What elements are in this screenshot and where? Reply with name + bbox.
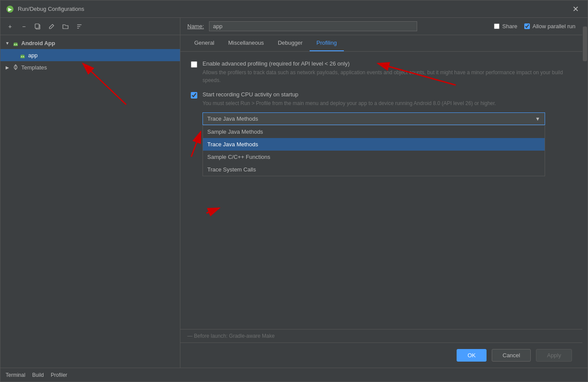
svg-point-8 bbox=[14, 44, 15, 45]
android-app-label: Android App bbox=[21, 40, 55, 46]
advanced-profiling-checkbox[interactable] bbox=[191, 61, 197, 68]
tabs-bar: General Miscellaneous Debugger Profiling bbox=[180, 35, 582, 52]
profiling-tab-content: Enable advanced profiling (required for … bbox=[180, 52, 582, 329]
advanced-profiling-desc: Allows the profilers to track data such … bbox=[203, 69, 572, 84]
sort-button[interactable] bbox=[73, 20, 85, 33]
name-label: Name: bbox=[187, 23, 204, 30]
add-config-button[interactable]: + bbox=[4, 20, 16, 33]
parallel-checkbox[interactable] bbox=[524, 23, 530, 29]
templates-icon bbox=[12, 63, 20, 71]
cpu-method-dropdown[interactable]: Trace Java Methods ▼ bbox=[203, 112, 545, 125]
name-input[interactable] bbox=[209, 21, 417, 31]
templates-group[interactable]: ▶ Templates bbox=[0, 61, 180, 73]
parallel-label: Allow parallel run bbox=[532, 23, 575, 30]
terminal-status[interactable]: Terminal bbox=[6, 372, 25, 378]
app-icon: ▶ bbox=[6, 5, 14, 13]
share-label: Share bbox=[502, 23, 517, 30]
profiler-status[interactable]: Profiler bbox=[51, 372, 67, 378]
window-title: Run/Debug Configurations bbox=[18, 6, 569, 12]
remove-config-button[interactable]: − bbox=[18, 20, 30, 33]
tab-debugger[interactable]: Debugger bbox=[271, 35, 310, 51]
advanced-profiling-row: Enable advanced profiling (required for … bbox=[191, 60, 572, 84]
move-to-folder-button[interactable] bbox=[59, 20, 72, 33]
android-app-icon bbox=[12, 39, 20, 47]
share-checkbox[interactable] bbox=[494, 23, 500, 29]
config-tree: ▼ Android App bbox=[0, 35, 180, 368]
cancel-button[interactable]: Cancel bbox=[492, 349, 531, 362]
svg-rect-12 bbox=[20, 56, 25, 58]
dropdown-selected-value: Trace Java Methods bbox=[207, 115, 258, 122]
svg-point-13 bbox=[21, 56, 22, 57]
tab-profiling[interactable]: Profiling bbox=[310, 35, 344, 51]
apply-button[interactable]: Apply bbox=[536, 349, 572, 362]
dropdown-arrow-icon: ▼ bbox=[535, 116, 540, 122]
title-bar: ▶ Run/Debug Configurations ✕ bbox=[0, 0, 588, 18]
svg-point-9 bbox=[16, 44, 17, 45]
cpu-recording-label: Start recording CPU activity on startup bbox=[203, 91, 545, 98]
tab-general[interactable]: General bbox=[187, 35, 221, 51]
app-config-item[interactable]: app bbox=[0, 49, 180, 61]
build-status[interactable]: Build bbox=[32, 372, 44, 378]
status-bar: Terminal Build Profiler bbox=[0, 368, 588, 382]
cpu-method-dropdown-container: Trace Java Methods ▼ Sample Java Methods… bbox=[203, 112, 545, 125]
left-toolbar: + − bbox=[0, 18, 180, 35]
templates-label: Templates bbox=[21, 64, 47, 71]
dropdown-option-sample-java[interactable]: Sample Java Methods bbox=[203, 125, 545, 138]
cpu-method-dropdown-list: Sample Java Methods Trace Java Methods S… bbox=[203, 125, 545, 176]
templates-arrow: ▶ bbox=[4, 64, 11, 71]
before-launch-section: — Before launch: Gradle-aware Make bbox=[180, 329, 582, 342]
android-app-group[interactable]: ▼ Android App bbox=[0, 37, 180, 49]
app-config-label: app bbox=[28, 52, 38, 59]
svg-rect-7 bbox=[13, 43, 18, 46]
dropdown-option-trace-system[interactable]: Trace System Calls bbox=[203, 163, 545, 176]
cpu-recording-row: Start recording CPU activity on startup … bbox=[191, 91, 572, 125]
app-config-icon bbox=[19, 51, 26, 59]
share-option[interactable]: Share bbox=[494, 23, 517, 30]
edit-defaults-button[interactable] bbox=[46, 20, 58, 33]
name-bar: Name: Share Allow parallel run bbox=[180, 18, 582, 35]
cpu-recording-checkbox[interactable] bbox=[191, 92, 197, 99]
svg-rect-3 bbox=[35, 24, 39, 28]
ok-button[interactable]: OK bbox=[457, 349, 487, 362]
advanced-profiling-label: Enable advanced profiling (required for … bbox=[203, 60, 572, 67]
cpu-recording-desc: You must select Run > Profile from the m… bbox=[203, 99, 545, 107]
tab-miscellaneous[interactable]: Miscellaneous bbox=[221, 35, 271, 51]
right-scrollbar[interactable] bbox=[582, 18, 588, 368]
android-app-arrow: ▼ bbox=[4, 40, 11, 46]
app-indent bbox=[4, 52, 18, 59]
svg-point-14 bbox=[23, 56, 24, 57]
dialog-footer: OK Cancel Apply bbox=[180, 342, 582, 368]
parallel-option[interactable]: Allow parallel run bbox=[524, 23, 575, 30]
close-button[interactable]: ✕ bbox=[569, 3, 582, 16]
copy-config-button[interactable] bbox=[32, 20, 44, 33]
dropdown-option-sample-cpp[interactable]: Sample C/C++ Functions bbox=[203, 151, 545, 163]
before-launch-label: — Before launch: Gradle-aware Make bbox=[187, 333, 274, 339]
svg-text:▶: ▶ bbox=[8, 7, 12, 12]
dropdown-option-trace-java[interactable]: Trace Java Methods bbox=[203, 138, 545, 151]
header-options: Share Allow parallel run bbox=[494, 23, 575, 30]
